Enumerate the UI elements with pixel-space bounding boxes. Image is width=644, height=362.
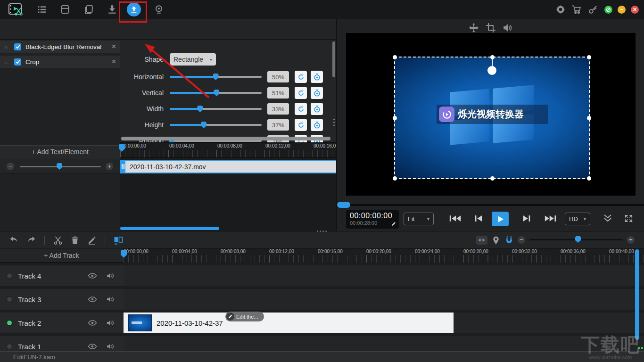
visibility-eye-icon[interactable] <box>88 295 97 304</box>
visibility-eye-icon[interactable] <box>88 342 97 351</box>
slider-track[interactable] <box>170 76 262 78</box>
cart-icon[interactable] <box>571 4 582 15</box>
remove-effect-icon[interactable]: × <box>112 58 116 66</box>
quality-dropdown[interactable]: HD ▾ <box>565 213 590 225</box>
edit-timecode-icon[interactable] <box>391 222 396 226</box>
crop-selection[interactable] <box>394 57 590 179</box>
effect-checkbox[interactable] <box>14 43 21 50</box>
shape-dropdown[interactable]: Rectangle ▾ <box>170 53 216 66</box>
zoom-slider-handle[interactable] <box>57 163 62 170</box>
zoom-out-button[interactable]: − <box>7 163 14 170</box>
element-clip[interactable]: 2020-11-03-10-42-37.mov <box>120 160 336 173</box>
element-ruler-ticks[interactable] <box>120 150 336 158</box>
slider-track[interactable] <box>170 92 262 94</box>
tray-button[interactable] <box>604 6 612 14</box>
edit-tooltip[interactable]: Edit the... <box>225 312 264 321</box>
download-icon[interactable] <box>107 4 117 15</box>
selection-handle[interactable] <box>587 116 591 120</box>
skip-end-button[interactable] <box>544 214 557 222</box>
timecode-display[interactable]: 00:00:00:00 00:00:28:00 <box>346 210 399 229</box>
redo-icon[interactable] <box>26 236 36 245</box>
reset-button[interactable] <box>295 119 307 131</box>
selection-handle[interactable] <box>393 116 397 120</box>
remove-effect-icon[interactable]: × <box>112 42 116 51</box>
slider-track[interactable] <box>170 124 262 126</box>
selection-handle[interactable] <box>490 176 495 181</box>
track-header[interactable]: Track 1 <box>0 336 124 351</box>
volume-icon[interactable] <box>503 23 513 33</box>
effect-checkbox[interactable] <box>14 58 21 66</box>
split-icon[interactable] <box>114 236 123 245</box>
move-icon[interactable] <box>469 23 479 33</box>
add-text-element-button[interactable]: + Add Text/Element <box>0 145 120 158</box>
timeline-clip[interactable]: 2020-11-03-10-42-37 <box>124 313 454 333</box>
track-header[interactable]: Track 2 <box>0 313 124 333</box>
skip-start-button[interactable] <box>449 214 462 222</box>
track-header[interactable]: Track 4 <box>0 265 124 286</box>
slider-value[interactable]: 37% <box>267 119 289 131</box>
undo-icon[interactable] <box>9 236 19 245</box>
track-select-dot[interactable] <box>7 320 12 326</box>
prev-frame-button[interactable] <box>473 214 484 222</box>
reset-button[interactable] <box>295 87 307 99</box>
drag-grip-icon[interactable]: ≡ <box>4 58 10 66</box>
visibility-eye-icon[interactable] <box>88 271 97 280</box>
properties-hscrollbar[interactable] <box>121 137 330 140</box>
slider-value[interactable]: 51% <box>267 87 289 99</box>
slider-handle[interactable] <box>197 106 203 112</box>
zoom-slider[interactable] <box>20 166 101 167</box>
delete-icon[interactable] <box>70 236 80 245</box>
mute-speaker-icon[interactable] <box>106 342 115 351</box>
selection-handle[interactable] <box>393 176 397 181</box>
webcam-icon[interactable] <box>154 4 164 15</box>
timeline-ruler-ticks[interactable] <box>124 255 644 263</box>
panel-resize-handle[interactable] <box>333 119 335 126</box>
play-button[interactable] <box>492 212 509 226</box>
fit-dropdown[interactable]: Fit ▾ <box>404 213 434 225</box>
keyframe-timer-button[interactable] <box>311 87 323 99</box>
timeline-zoom-in-button[interactable]: + <box>627 236 635 244</box>
track-lane[interactable] <box>124 336 644 351</box>
marker-pin-icon[interactable] <box>491 236 501 245</box>
slider-handle[interactable] <box>201 122 206 128</box>
reset-button[interactable] <box>295 103 307 115</box>
track-header[interactable]: Track 3 <box>0 289 124 310</box>
fullscreen-icon[interactable] <box>624 214 633 223</box>
next-frame-button[interactable] <box>521 214 532 222</box>
timeline-zoom-out-button[interactable]: − <box>518 236 525 244</box>
close-button[interactable]: ✕ <box>631 6 639 14</box>
save-icon[interactable] <box>60 4 70 15</box>
visibility-eye-icon[interactable] <box>88 318 97 328</box>
rotation-handle[interactable] <box>487 66 496 75</box>
preview-seek-handle[interactable] <box>337 202 350 208</box>
track-lane[interactable] <box>124 265 644 286</box>
magnet-snap-icon[interactable] <box>504 236 514 245</box>
video-canvas[interactable]: 烁光视频转换器 <box>346 33 636 196</box>
slider-handle[interactable] <box>213 74 219 80</box>
copy-icon[interactable] <box>83 4 94 15</box>
collapse-preview-icon[interactable] <box>603 214 613 223</box>
settings-gear-icon[interactable] <box>555 4 566 15</box>
slider-handle[interactable] <box>214 90 219 96</box>
timeline-zoom-slider[interactable] <box>529 239 623 240</box>
selection-handle[interactable] <box>587 176 591 181</box>
track-lane[interactable] <box>124 289 644 310</box>
edit-icon[interactable] <box>87 236 97 245</box>
keyframe-timer-button[interactable] <box>311 119 323 131</box>
key-icon[interactable] <box>588 4 598 15</box>
slider-value[interactable]: 50% <box>267 71 289 82</box>
track-select-dot[interactable] <box>7 296 12 302</box>
selection-handle[interactable] <box>587 55 591 59</box>
reset-button[interactable] <box>295 71 307 83</box>
mute-speaker-icon[interactable] <box>106 318 115 328</box>
keyframe-timer-button[interactable] <box>311 103 323 115</box>
element-ruler[interactable]: 00:00:00,0000:00:04,0000:00:08,0000:00:1… <box>120 143 336 149</box>
timeline-vscrollbar[interactable] <box>635 249 639 340</box>
zoom-in-button[interactable]: + <box>106 163 113 170</box>
code-view-icon[interactable]: <> <box>476 236 487 245</box>
drag-grip-icon[interactable]: ≡ <box>4 43 10 50</box>
cut-icon[interactable] <box>53 236 63 245</box>
effect-row[interactable]: ≡ Crop × <box>0 56 120 68</box>
list-icon[interactable] <box>37 4 47 15</box>
preview-seekbar[interactable] <box>337 204 644 206</box>
